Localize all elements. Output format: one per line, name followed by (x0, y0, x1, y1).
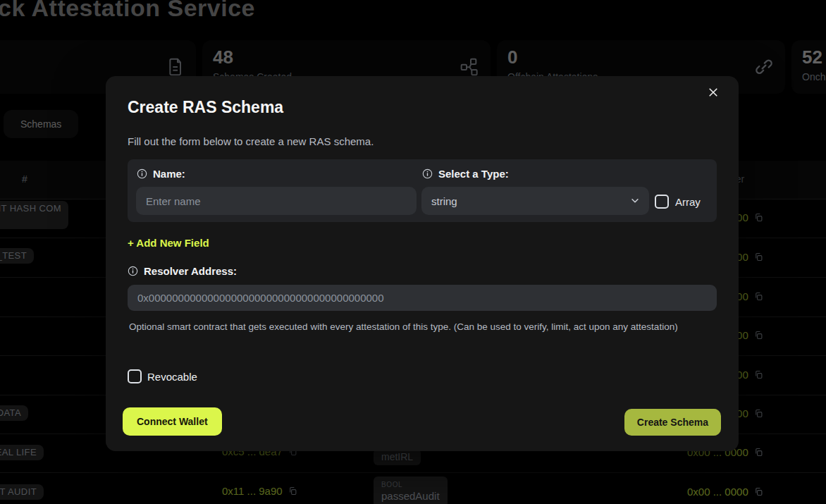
chevron-down-icon (630, 196, 640, 206)
connect-wallet-button[interactable]: Connect Wallet (123, 407, 222, 436)
resolver-label-text: Resolver Address: (144, 265, 237, 277)
modal-title: Create RAS Schema (128, 98, 283, 117)
type-label-text: Select a Type: (438, 168, 509, 180)
array-label: Array (675, 196, 701, 208)
type-select[interactable]: string (421, 187, 649, 215)
add-new-field-link[interactable]: + Add New Field (128, 237, 209, 249)
type-select-value: string (431, 195, 457, 207)
array-checkbox[interactable] (655, 195, 669, 209)
modal-subtitle: Fill out the form below to create a new … (128, 135, 374, 147)
info-icon (137, 168, 147, 179)
field-row-panel: Name: Select a Type: string Array (128, 159, 717, 222)
info-icon (128, 266, 138, 276)
app-root: ck Attestation Service 48 Schemas Create… (0, 0, 826, 504)
revocable-checkbox[interactable] (128, 369, 142, 383)
info-icon (422, 168, 433, 179)
resolver-help-text: Optional smart contract that gets execut… (129, 320, 697, 334)
create-schema-modal: Create RAS Schema Fill out the form belo… (106, 76, 739, 451)
name-label: Name: (137, 168, 185, 180)
name-label-text: Name: (153, 168, 185, 180)
resolver-address-input[interactable] (128, 285, 717, 311)
resolver-label: Resolver Address: (128, 265, 237, 277)
type-label: Select a Type: (422, 168, 509, 180)
create-schema-button[interactable]: Create Schema (624, 409, 721, 436)
revocable-label: Revocable (147, 371, 197, 383)
close-icon[interactable] (708, 87, 719, 98)
name-input[interactable] (136, 187, 417, 215)
